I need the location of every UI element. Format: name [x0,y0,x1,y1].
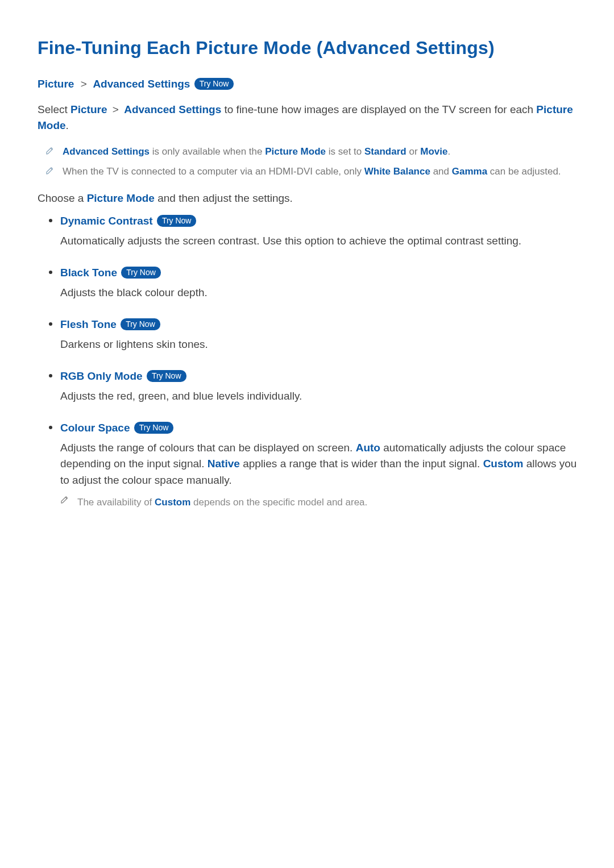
item-heading: Dynamic Contrast Try Now [60,213,578,230]
breadcrumb: Picture > Advanced Settings Try Now [38,76,578,93]
choose-picture-mode: Picture Mode [87,192,155,204]
text-fragment: Automatically adjusts the screen contras… [60,235,521,247]
item-description: Automatically adjusts the screen contras… [60,233,578,250]
highlight-term: Movie [420,146,447,157]
choose-post: and then adjust the settings. [155,192,293,204]
item-subnote: The availability of Custom depends on th… [60,495,578,510]
text-fragment: is set to [326,146,364,157]
highlight-term: Native [208,458,240,470]
pen-icon [45,166,55,175]
text-fragment: Darkens or lightens skin tones. [60,338,208,350]
subnote-text: The availability of Custom depends on th… [77,495,367,510]
try-now-button[interactable]: Try Now [121,318,160,330]
text-fragment: is only available when the [150,146,265,157]
list-item-flesh-tone: Flesh Tone Try NowDarkens or lightens sk… [38,317,578,352]
item-title: Dynamic Contrast [60,215,156,227]
item-heading: RGB Only Mode Try Now [60,368,578,385]
note-list: Advanced Settings is only available when… [38,142,578,182]
text-fragment: Adjusts the black colour depth. [60,286,208,298]
item-description: Adjusts the range of colours that can be… [60,440,578,489]
note-text: Advanced Settings is only available when… [63,144,578,159]
try-now-button[interactable]: Try Now [147,370,186,382]
intro-pre: Select [38,103,70,115]
text-fragment: can be adjusted. [487,166,561,177]
choose-text: Choose a Picture Mode and then adjust th… [38,190,578,207]
note-text: When the TV is connected to a computer v… [63,164,578,179]
list-item-black-tone: Black Tone Try NowAdjusts the black colo… [38,265,578,301]
pen-icon [45,146,55,155]
breadcrumb-advanced-settings[interactable]: Advanced Settings [93,78,190,90]
item-description: Darkens or lightens skin tones. [60,337,578,353]
choose-pre: Choose a [38,192,87,204]
try-now-button[interactable]: Try Now [134,422,174,434]
text-fragment: Adjusts the range of colours that can be… [60,442,356,454]
item-title: Colour Space [60,422,133,434]
text-fragment: Adjusts the red, green, and blue levels … [60,390,302,402]
item-description: Adjusts the black colour depth. [60,285,578,301]
text-fragment: The availability of [77,497,155,508]
intro-sep: > [107,103,125,115]
text-fragment: When the TV is connected to a computer v… [63,166,364,177]
highlight-term: Custom [483,458,524,470]
intro-picture: Picture [70,103,107,115]
list-item-rgb-only-mode: RGB Only Mode Try NowAdjusts the red, gr… [38,368,578,404]
try-now-button[interactable]: Try Now [121,267,161,279]
intro-post: . [66,119,69,131]
settings-list: Dynamic Contrast Try NowAutomatically ad… [38,213,578,510]
text-fragment: applies a range that is wider than the i… [240,458,483,470]
note-row: When the TV is connected to a computer v… [38,162,578,182]
item-title: Flesh Tone [60,318,119,330]
highlight-term: Gamma [452,166,487,177]
list-item-colour-space: Colour Space Try NowAdjusts the range of… [38,420,578,510]
page-root: Fine-Tuning Each Picture Mode (Advanced … [0,0,614,868]
try-now-button[interactable]: Try Now [194,78,234,90]
highlight-term: Auto [356,442,380,454]
breadcrumb-picture[interactable]: Picture [38,78,74,90]
intro-text: Select Picture > Advanced Settings to fi… [38,102,578,134]
breadcrumb-separator: > [77,78,90,90]
item-heading: Colour Space Try Now [60,420,578,437]
text-fragment: depends on the specific model and area. [190,497,367,508]
item-title: RGB Only Mode [60,370,146,382]
intro-advanced: Advanced Settings [124,103,221,115]
page-title: Fine-Tuning Each Picture Mode (Advanced … [38,34,578,61]
highlight-term: Standard [364,146,406,157]
intro-mid: to fine-tune how images are displayed on… [221,103,536,115]
highlight-term: White Balance [364,166,430,177]
item-title: Black Tone [60,267,120,279]
note-row: Advanced Settings is only available when… [38,142,578,163]
list-item-dynamic-contrast: Dynamic Contrast Try NowAutomatically ad… [38,213,578,249]
item-heading: Black Tone Try Now [60,265,578,281]
pen-icon [60,495,69,504]
try-now-button[interactable]: Try Now [157,215,197,227]
highlight-term: Picture Mode [265,146,326,157]
text-fragment: and [430,166,452,177]
highlight-term: Custom [155,497,190,508]
item-description: Adjusts the red, green, and blue levels … [60,388,578,405]
text-fragment: . [447,146,450,157]
text-fragment: or [406,146,421,157]
highlight-term: Advanced Settings [63,146,150,157]
item-heading: Flesh Tone Try Now [60,317,578,333]
